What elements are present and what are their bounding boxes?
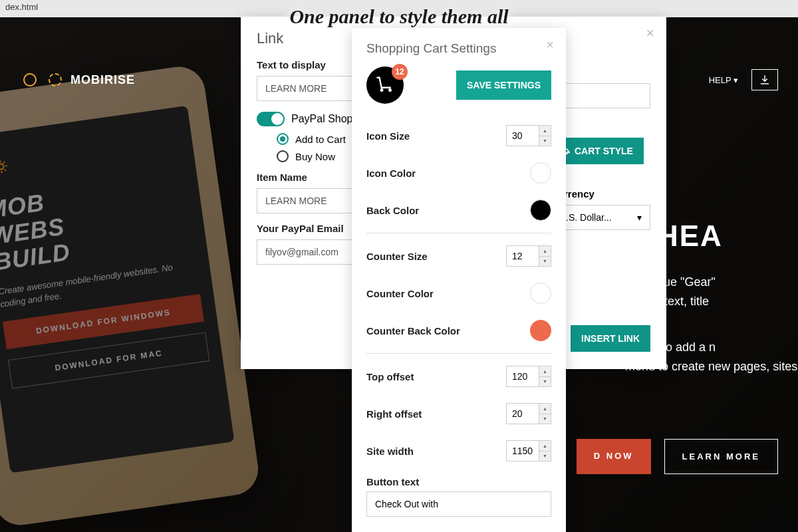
sun-icon-2 <box>45 70 65 90</box>
chevron-down-icon: ▾ <box>637 212 642 223</box>
cart-panel-title: Shopping Cart Settings <box>366 41 551 56</box>
right-offset-label: Right offset <box>366 408 422 420</box>
insert-link-button[interactable]: INSERT LINK <box>571 325 650 352</box>
radio-buy-now[interactable] <box>277 150 289 162</box>
divider <box>366 233 551 233</box>
close-icon[interactable]: × <box>546 37 554 53</box>
sun-icon <box>20 70 40 90</box>
nav-help[interactable]: HELP ▾ <box>709 75 738 85</box>
cart-icon <box>375 75 395 95</box>
button-text-input[interactable] <box>366 491 551 517</box>
counter-size-label: Counter Size <box>366 251 428 262</box>
site-width-label: Site width <box>366 446 414 457</box>
paypal-toggle[interactable] <box>257 112 285 126</box>
paypal-toggle-label: PayPal Shop <box>291 113 353 125</box>
step-up-icon: ▲ <box>539 126 551 136</box>
icon-size-label: Icon Size <box>366 130 410 142</box>
cart-settings-panel: × Shopping Cart Settings 12 SAVE SETTING… <box>352 28 566 532</box>
icon-color-label: Icon Color <box>366 168 416 179</box>
save-settings-button[interactable]: SAVE SETTINGS <box>456 70 551 100</box>
hero-buttons: D NOW LEARN MORE <box>577 439 778 474</box>
brand-label: MOBIRISE <box>70 73 135 87</box>
counter-back-label: Counter Back Color <box>366 325 460 336</box>
button-text-label: Button text <box>366 476 551 487</box>
counter-color-swatch[interactable] <box>530 283 551 304</box>
counter-size-input[interactable]: ▲▼ <box>506 245 551 267</box>
back-color-swatch[interactable] <box>530 200 551 221</box>
hero-learn-button[interactable]: LEARN MORE <box>664 439 778 474</box>
counter-back-swatch[interactable] <box>530 320 551 341</box>
top-offset-label: Top offset <box>366 371 414 382</box>
site-width-input[interactable]: ▲▼ <box>506 440 551 462</box>
icon-color-swatch[interactable] <box>530 162 551 184</box>
divider <box>366 353 551 354</box>
icon-size-input[interactable]: ▲▼ <box>506 125 551 146</box>
hero-cta-button[interactable]: D NOW <box>577 439 651 474</box>
cart-badge: 12 <box>392 64 408 80</box>
close-icon[interactable]: × <box>646 25 654 42</box>
download-icon[interactable] <box>751 69 778 90</box>
back-color-label: Back Color <box>366 205 419 216</box>
title-overlay: One panel to style them all <box>289 5 508 28</box>
right-offset-input[interactable]: ▲▼ <box>506 403 551 424</box>
counter-color-label: Counter Color <box>366 288 434 299</box>
top-offset-input[interactable]: ▲▼ <box>506 366 551 387</box>
cart-preview-icon: 12 <box>366 66 404 104</box>
radio-add-to-cart[interactable] <box>277 133 289 145</box>
step-down-icon: ▼ <box>539 136 551 146</box>
